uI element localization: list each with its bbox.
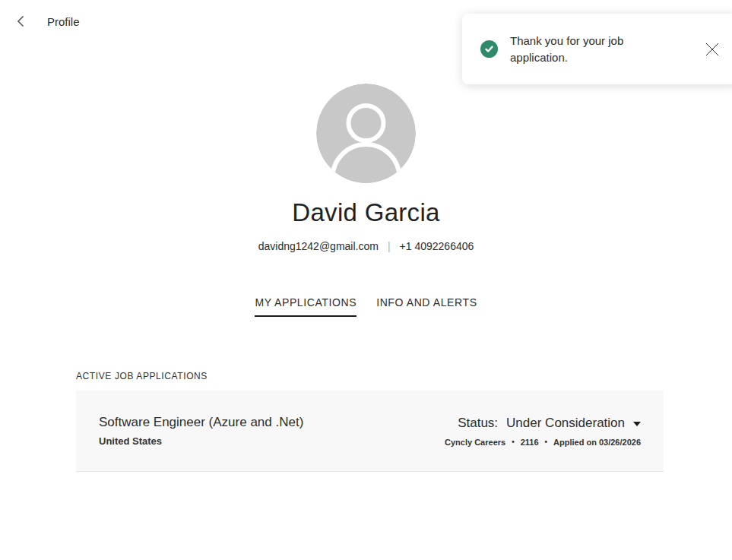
tab-info-and-alerts[interactable]: INFO AND ALERTS — [376, 296, 477, 317]
page-title: Profile — [47, 15, 80, 28]
application-info: Software Engineer (Azure and .Net) Unite… — [99, 415, 303, 447]
toast-message: Thank you for your job application. — [510, 33, 668, 65]
back-button[interactable] — [12, 12, 30, 30]
contact-separator: | — [388, 240, 391, 252]
tab-my-applications[interactable]: MY APPLICATIONS — [255, 296, 356, 317]
meta-separator: • — [545, 438, 548, 446]
application-meta: Cyncly Careers • 2116 • Applied on 03/26… — [445, 438, 641, 447]
profile-phone: +1 4092266406 — [400, 240, 474, 252]
active-applications-section: ACTIVE JOB APPLICATIONS Software Enginee… — [76, 371, 664, 472]
tab-bar: MY APPLICATIONS INFO AND ALERTS — [255, 296, 477, 317]
job-location: United States — [99, 435, 303, 447]
profile-email: davidng1242@gmail.com — [258, 240, 379, 252]
success-check-icon — [480, 40, 498, 58]
application-status-block: Status: Under Consideration Cyncly Caree… — [445, 416, 641, 447]
status-label: Status: — [458, 416, 498, 431]
caret-down-icon — [633, 422, 641, 426]
application-card: Software Engineer (Azure and .Net) Unite… — [76, 391, 664, 472]
avatar — [316, 84, 416, 183]
job-source: Cyncly Careers — [445, 438, 505, 447]
contact-info: davidng1242@gmail.com | +1 4092266406 — [258, 240, 474, 252]
job-title: Software Engineer (Azure and .Net) — [99, 415, 303, 430]
status-value: Under Consideration — [506, 416, 625, 431]
header: Profile — [12, 12, 80, 30]
status-dropdown[interactable]: Status: Under Consideration — [458, 416, 641, 431]
chevron-left-icon — [15, 15, 27, 27]
job-id: 2116 — [521, 438, 539, 447]
toast-close-icon[interactable] — [703, 40, 721, 59]
person-placeholder-icon — [316, 84, 416, 183]
profile-name: David Garcia — [292, 198, 439, 227]
toast-notification: Thank you for your job application. — [462, 14, 732, 84]
meta-separator: • — [512, 438, 515, 446]
applied-date: Applied on 03/26/2026 — [553, 438, 641, 447]
section-title: ACTIVE JOB APPLICATIONS — [76, 371, 664, 381]
